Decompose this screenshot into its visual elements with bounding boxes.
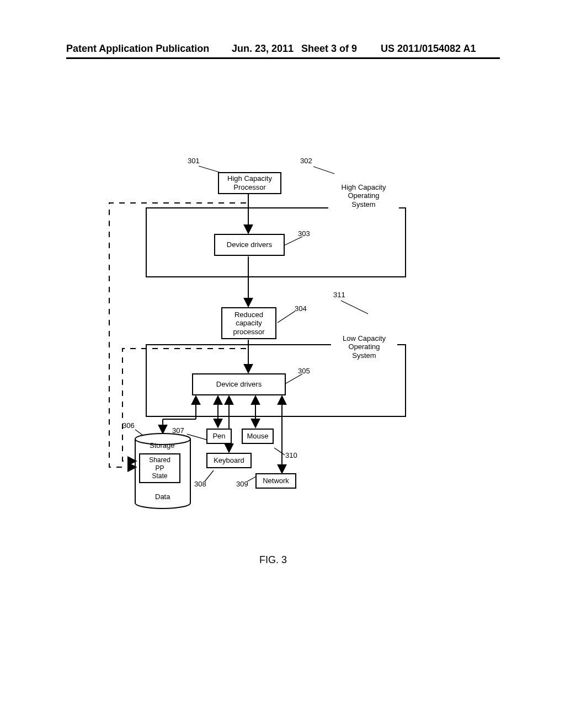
mouse-block: Mouse (242, 429, 274, 444)
keyboard-block: Keyboard (206, 453, 252, 468)
ref-311: 311 (333, 291, 345, 299)
leader-311 (341, 301, 368, 314)
ref-308: 308 (194, 480, 206, 488)
leader-303 (284, 237, 302, 245)
reduced-capacity-processor-block: Reducedcapacityprocessor (221, 307, 276, 339)
ref-305: 305 (298, 367, 310, 375)
pen-block: Pen (206, 429, 232, 444)
leader-306 (135, 430, 143, 436)
page: Patent Application Publication Jun. 23, … (0, 0, 565, 728)
shared-pp-state-block: SharedPPState (139, 453, 180, 483)
storage-data-label: Data (155, 493, 170, 501)
ref-301: 301 (188, 157, 200, 165)
ref-310: 310 (285, 451, 297, 459)
ref-304: 304 (295, 304, 307, 313)
ref-302: 302 (300, 157, 312, 165)
storage-label: Storage (150, 441, 175, 449)
high-capacity-processor-block: High CapacityProcessor (218, 172, 281, 194)
leader-305 (284, 374, 302, 384)
ref-303: 303 (298, 229, 310, 238)
lcos-label: Low CapacityOperatingSystem (331, 331, 397, 363)
leader-310 (274, 448, 285, 455)
ref-306: 306 (122, 421, 135, 430)
figure-caption: FIG. 3 (259, 554, 287, 566)
device-drivers-2-block: Device drivers (192, 373, 286, 395)
ref-307: 307 (172, 426, 184, 435)
leader-301 (199, 166, 221, 173)
ref-309: 309 (236, 480, 248, 488)
diagram-canvas (0, 0, 565, 728)
device-drivers-1-block: Device drivers (214, 234, 285, 256)
leader-304 (278, 311, 295, 323)
leader-302 (313, 167, 334, 174)
hcos-label: High CapacityOperatingSystem (328, 180, 399, 212)
network-block: Network (255, 473, 296, 489)
